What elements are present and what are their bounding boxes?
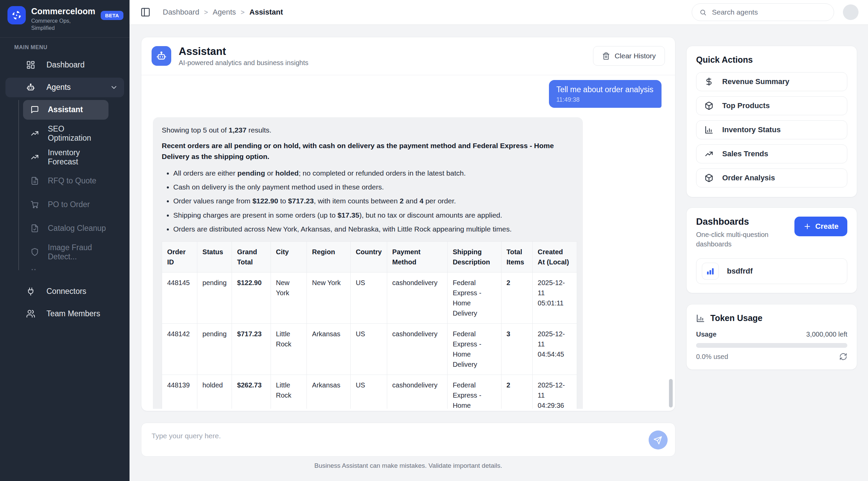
orders-column-header: Status (197, 242, 232, 273)
refresh-usage-button[interactable] (839, 353, 847, 361)
usage-row: Usage 3,000,000 left (696, 330, 847, 338)
response-bullets: All orders are either pending or holded;… (173, 168, 575, 234)
sidebar-item-team-members[interactable]: Team Members (0, 304, 130, 324)
trending-up-icon (31, 129, 39, 138)
dashboards-header: Dashboards One-click multi-question dash… (696, 217, 847, 249)
breadcrumb: Dashboard > Agents > Assistant (163, 8, 283, 17)
orders-column-header: Order ID (162, 242, 197, 273)
app-root: Commerceloom Commerce Ops, Simplified BE… (0, 0, 868, 481)
sidebar-item-dashboard[interactable]: Dashboard (0, 55, 130, 75)
sidebar-item-inventory-forecast[interactable]: Inventory Forecast (23, 147, 108, 167)
sidebar: Commerceloom Commerce Ops, Simplified BE… (0, 0, 130, 481)
user-avatar[interactable] (843, 4, 859, 20)
user-message-text: Tell me about order analysis (556, 85, 653, 94)
right-panel: Quick Actions Revenue Summary Top Produc… (686, 46, 857, 474)
response-bullet: Cash on delivery is the only payment met… (173, 182, 575, 192)
breadcrumb-dashboard[interactable]: Dashboard (163, 8, 199, 17)
refresh-icon (839, 353, 847, 361)
sidebar-item-label: Team Members (46, 309, 100, 318)
file-text-icon (31, 177, 39, 185)
dashboard-item-name: bsdfrdf (727, 267, 753, 276)
brand-text: Commerceloom Commerce Ops, Simplified (31, 6, 95, 32)
panel-toggle-icon[interactable] (140, 7, 151, 17)
sidebar-item-label: Assistant (48, 105, 83, 114)
sidebar-item-label: Dashboard (46, 60, 85, 69)
app-logo-icon (7, 6, 26, 24)
response-bullet: Order values range from $122.90 to $717.… (173, 196, 575, 206)
user-message-time: 11:49:38 (556, 96, 653, 103)
token-usage-bar (696, 343, 847, 348)
main-menu: MAIN MENU Dashboard Agents Assistant SEO… (0, 38, 130, 481)
users-icon (26, 309, 35, 318)
sidebar-item-connectors[interactable]: Connectors (0, 282, 130, 301)
response-bullet: All orders are either pending or holded;… (173, 168, 575, 178)
dashboards-subtitle: One-click multi-question dashboards (696, 230, 774, 249)
sidebar-item-po-to-order[interactable]: PO to Order (23, 195, 108, 215)
orders-table-body: 448145pending$122.90New YorkNew YorkUSca… (162, 273, 577, 409)
response-summary: Recent orders are all pending or on hold… (162, 140, 569, 162)
topbar: Dashboard > Agents > Assistant (130, 0, 868, 25)
token-usage-header: Token Usage (696, 313, 847, 323)
sidebar-item-catalog-cleanup[interactable]: Catalog Cleanup (23, 219, 108, 238)
menu-bottom: Connectors Team Members (0, 282, 130, 326)
create-label: Create (815, 222, 839, 231)
sidebar-item-image-fraud-detect[interactable]: Image Fraud Detect... (23, 242, 108, 262)
search-box (692, 3, 834, 21)
user-message-bubble: Tell me about order analysis 11:49:38 (549, 80, 662, 108)
quick-actions-card: Quick Actions Revenue Summary Top Produc… (686, 46, 857, 197)
sidebar-item-label: RFQ to Quote (48, 176, 96, 185)
plus-icon (803, 222, 811, 231)
chat-header: Assistant AI-powered analytics and busin… (141, 37, 675, 75)
trending-up-icon (31, 153, 39, 161)
create-dashboard-button[interactable]: Create (794, 217, 847, 236)
mini-bar-chart-icon (702, 263, 719, 280)
dashboards-title: Dashboards (696, 217, 774, 227)
sidebar-item-agents[interactable]: Agents (5, 78, 124, 97)
dashboard-list-item[interactable]: bsdfrdf (696, 258, 847, 284)
assistant-message-bubble: Showing top 5 out of 1,237 results. Rece… (153, 117, 583, 409)
orders-table: Order IDStatusGrand TotalCityRegionCount… (162, 241, 577, 408)
quick-action-label: Revenue Summary (722, 77, 789, 86)
page-title: Assistant (179, 45, 308, 58)
beta-badge: BETA (101, 11, 123, 20)
sidebar-item-assistant[interactable]: Assistant (23, 100, 108, 120)
response-bullet: Shipping charges are present in some ord… (173, 211, 575, 220)
package-icon (705, 174, 713, 182)
token-usage-card: Token Usage Usage 3,000,000 left 0.0% us… (686, 304, 857, 370)
content: Assistant AI-powered analytics and busin… (130, 25, 868, 481)
usage-label: Usage (696, 330, 716, 338)
quick-action-order-analysis[interactable]: Order Analysis (696, 168, 847, 187)
layout-dashboard-icon (26, 60, 35, 69)
table-row: 448145pending$122.90New YorkNew YorkUSca… (162, 273, 577, 324)
chat-scroll-area[interactable]: Tell me about order analysis 11:49:38 Sh… (141, 75, 675, 409)
sidebar-item-label: Agents (46, 83, 71, 92)
quick-action-sales-trends[interactable]: Sales Trends (696, 144, 847, 163)
sidebar-item-label: Catalog Cleanup (48, 224, 106, 233)
sidebar-item-rfq-to-quote[interactable]: RFQ to Quote (23, 171, 108, 191)
chat-scrollbar-thumb[interactable] (669, 379, 673, 407)
search-input[interactable] (712, 8, 826, 16)
quick-action-inventory-status[interactable]: Inventory Status (696, 120, 847, 139)
query-input[interactable] (141, 423, 595, 456)
plug-icon (26, 287, 35, 296)
trending-up-icon (705, 149, 713, 158)
sidebar-item-label: Image Fraud Detect... (48, 243, 108, 261)
bar-chart-icon (696, 314, 705, 323)
breadcrumb-separator: > (241, 8, 245, 16)
breadcrumb-assistant: Assistant (250, 8, 283, 17)
chat-column: Assistant AI-powered analytics and busin… (141, 37, 675, 474)
breadcrumb-separator: > (204, 8, 208, 16)
breadcrumb-agents[interactable]: Agents (213, 8, 236, 17)
response-bullet: Orders are distributed across New York, … (173, 224, 575, 234)
main-area: Dashboard > Agents > Assistant (130, 0, 868, 481)
quick-action-top-products[interactable]: Top Products (696, 96, 847, 115)
dashboards-header-text: Dashboards One-click multi-question dash… (696, 217, 774, 249)
sidebar-item-seo-optimization[interactable]: SEO Optimization (23, 124, 108, 143)
clear-history-label: Clear History (615, 52, 656, 60)
response-intro: Showing top 5 out of 1,237 results. (162, 126, 575, 134)
clear-history-button[interactable]: Clear History (593, 46, 665, 66)
quick-action-revenue-summary[interactable]: Revenue Summary (696, 72, 847, 91)
sidebar-item-label: PO to Order (48, 200, 90, 209)
send-button[interactable] (649, 430, 668, 449)
query-input-card (141, 423, 675, 457)
